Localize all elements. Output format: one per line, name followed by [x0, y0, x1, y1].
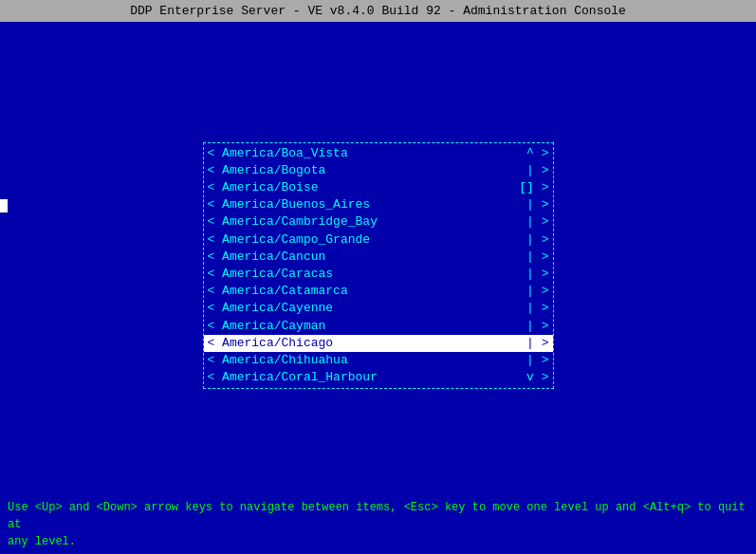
list-item-suffix: | > — [526, 300, 548, 317]
list-item[interactable]: < America/Buenos_Aires| > — [204, 196, 553, 213]
list-item-suffix: | > — [526, 283, 548, 300]
title-bar: DDP Enterprise Server - VE v8.4.0 Build … — [0, 0, 756, 22]
title-text: DDP Enterprise Server - VE v8.4.0 Build … — [130, 4, 626, 18]
list-item-suffix: v > — [526, 369, 548, 386]
list-item-suffix: | > — [526, 249, 548, 266]
list-item-suffix: | > — [526, 335, 548, 352]
list-item[interactable]: < America/Chicago| > — [204, 335, 553, 352]
list-item[interactable]: < America/Campo_Grande| > — [204, 231, 553, 249]
list-item-label: < America/Cambridge_Bay — [208, 213, 524, 231]
main-area: < America/Boa_Vista^ >< America/Bogota| … — [0, 22, 756, 490]
list-item-label: < America/Cancun — [208, 249, 524, 266]
list-item[interactable]: < America/Boa_Vista^ > — [204, 145, 553, 162]
list-item[interactable]: < America/Chihuahua| > — [204, 352, 553, 369]
list-item-label: < America/Cayman — [208, 318, 524, 335]
list-item-label: < America/Catamarca — [208, 283, 524, 300]
list-item-suffix: ^ > — [526, 145, 548, 162]
status-line2: any level. — [8, 533, 748, 550]
list-item-suffix: | > — [526, 318, 548, 335]
list-item-label: < America/Campo_Grande — [208, 231, 524, 249]
list-item[interactable]: < America/Boise[] > — [204, 179, 553, 196]
list-item[interactable]: < America/Cayman| > — [204, 318, 553, 335]
list-item-label: < America/Boise — [208, 179, 516, 196]
list-item-suffix: [] > — [519, 179, 548, 196]
list-item[interactable]: < America/Coral_Harbourv > — [204, 369, 553, 386]
list-item-suffix: | > — [526, 162, 548, 179]
list-item[interactable]: < America/Cancun| > — [204, 249, 553, 266]
list-item-suffix: | > — [526, 266, 548, 283]
list-item-label: < America/Cayenne — [208, 300, 524, 317]
list-item-label: < America/Chihuahua — [208, 352, 524, 369]
list-box[interactable]: < America/Boa_Vista^ >< America/Bogota| … — [203, 142, 554, 390]
list-item-suffix: | > — [526, 352, 548, 369]
cursor-indicator — [0, 199, 8, 212]
list-item-label: < America/Bogota — [208, 162, 524, 179]
list-item[interactable]: < America/Bogota| > — [204, 162, 553, 179]
list-item-label: < America/Boa_Vista — [208, 145, 524, 162]
list-item[interactable]: < America/Cayenne| > — [204, 300, 553, 317]
list-item[interactable]: < America/Caracas| > — [204, 266, 553, 283]
list-item[interactable]: < America/Cambridge_Bay| > — [204, 213, 553, 231]
list-item-suffix: | > — [526, 213, 548, 231]
status-bar: Use <Up> and <Down> arrow keys to naviga… — [0, 495, 756, 554]
list-item-label: < America/Caracas — [208, 266, 524, 283]
list-item-suffix: | > — [526, 231, 548, 249]
status-line1: Use <Up> and <Down> arrow keys to naviga… — [8, 499, 748, 533]
list-item[interactable]: < America/Catamarca| > — [204, 283, 553, 300]
list-item-label: < America/Coral_Harbour — [208, 369, 524, 386]
list-item-label: < America/Chicago — [208, 335, 524, 352]
list-item-label: < America/Buenos_Aires — [208, 196, 524, 213]
list-item-suffix: | > — [526, 196, 548, 213]
